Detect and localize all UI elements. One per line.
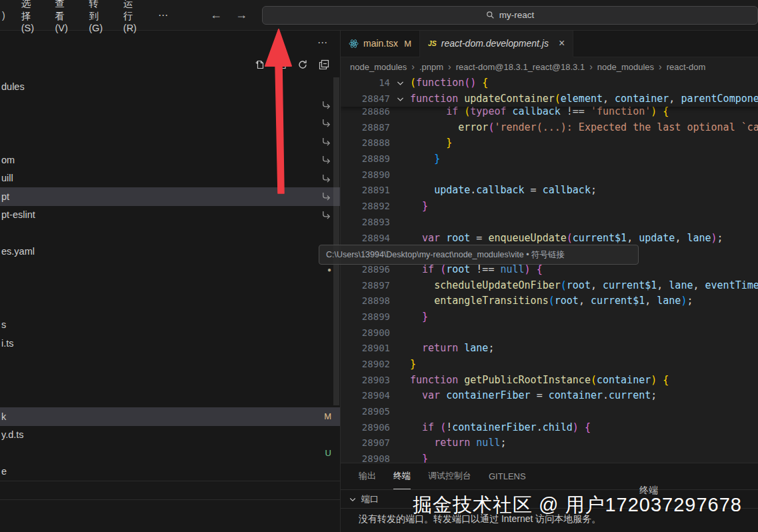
token: entangleTransitions <box>434 295 549 307</box>
fold-gutter <box>390 435 410 451</box>
explorer-item[interactable] <box>0 96 340 115</box>
menubar-more-button[interactable]: ⋯ <box>151 7 175 24</box>
fold-gutter <box>390 420 410 436</box>
panel-tab[interactable]: 调试控制台 <box>428 463 471 489</box>
token: lane <box>464 342 488 354</box>
token: , <box>675 232 687 244</box>
token: , <box>579 295 591 307</box>
new-folder-icon <box>276 59 287 70</box>
menubar-item[interactable]: 转到(G) <box>83 0 111 36</box>
code-text: function getPublicRootInstance(container… <box>410 373 758 389</box>
token: function <box>410 93 464 105</box>
line-number: 28888 <box>341 135 390 151</box>
close-icon[interactable]: × <box>559 38 565 49</box>
explorer-item[interactable]: es.yaml <box>0 243 340 261</box>
breadcrumb-item[interactable]: node_modules <box>350 62 407 72</box>
fold-gutter <box>390 215 410 231</box>
token: ; <box>651 389 657 401</box>
token: root <box>567 279 591 291</box>
symlink-path-tooltip: C:\Users\13994\Desktop\my-react\node_mod… <box>319 245 639 265</box>
breadcrumb-item[interactable]: react-dom@18.3.1_react@18.3.1 <box>456 62 585 72</box>
nav-back-button[interactable]: ← <box>203 8 229 22</box>
breadcrumb-item[interactable]: node_modules <box>597 62 654 72</box>
menubar-item[interactable]: 选择(S) <box>15 0 43 36</box>
explorer-item[interactable]: uill <box>0 169 340 188</box>
code-editor[interactable]: 28886 if (typeof callback !== 'function'… <box>341 75 758 463</box>
explorer-item[interactable] <box>0 279 340 298</box>
explorer-item[interactable]: om <box>0 151 340 169</box>
symlink-icon <box>321 137 331 147</box>
explorer-item[interactable] <box>0 133 340 151</box>
timeline-section-header[interactable] <box>0 499 340 518</box>
token: lane <box>669 279 693 291</box>
token: ) <box>711 232 717 244</box>
code-line: 14(function() { <box>341 75 758 91</box>
search-icon <box>486 11 495 19</box>
token: = <box>470 232 488 244</box>
sidebar-scrollbar[interactable] <box>333 77 339 405</box>
token <box>410 184 434 196</box>
code-text: (function() { <box>410 75 758 91</box>
command-center-search[interactable]: my-react <box>262 6 758 25</box>
new-file-icon <box>255 59 265 70</box>
explorer-collapse-all-button[interactable] <box>316 57 332 73</box>
editor-tab-0[interactable]: main.tsxM <box>341 30 420 57</box>
token: callback <box>476 184 524 196</box>
token: typeof <box>470 105 512 117</box>
explorer-item[interactable] <box>0 371 340 389</box>
code-line: 28897 scheduleUpdateOnFiber(root, curren… <box>341 278 758 294</box>
token: scheduleUpdateOnFiber <box>434 279 561 291</box>
menubar-item[interactable]: 查看(V) <box>49 0 77 36</box>
nav-forward-button[interactable]: → <box>229 8 254 22</box>
explorer-item[interactable]: pt-eslint <box>0 206 340 225</box>
token: 'function' <box>591 105 651 117</box>
panel-tab[interactable]: 输出 <box>359 463 376 489</box>
explorer-item[interactable]: kM <box>0 407 340 426</box>
token: , <box>603 93 615 105</box>
explorer-item[interactable]: e <box>0 463 340 481</box>
breadcrumb-item[interactable]: react-dom <box>667 62 706 72</box>
panel-tab[interactable]: 终端 <box>393 463 411 489</box>
fold-chevron-icon[interactable] <box>390 91 410 107</box>
explorer-item[interactable]: i.ts <box>0 334 340 353</box>
line-number: 28891 <box>341 183 390 199</box>
token: = <box>531 389 549 401</box>
explorer-item[interactable]: pt <box>0 187 340 206</box>
explorer-item[interactable]: ● <box>0 261 340 279</box>
line-number: 28899 <box>341 309 390 325</box>
explorer-toolbar <box>252 57 332 73</box>
menubar-item-partial[interactable]: ) <box>2 10 5 21</box>
explorer-more-actions-button[interactable]: ⋯ <box>317 37 328 49</box>
token: if <box>446 105 464 117</box>
panel-tab-bar: 输出终端调试控制台GITLENS <box>341 463 758 489</box>
breadcrumb-item[interactable]: .pnpm <box>419 62 443 72</box>
explorer-item[interactable]: U <box>0 444 340 463</box>
menubar-item[interactable]: 运行(R) <box>117 0 145 36</box>
panel-tab[interactable]: GITLENS <box>489 463 526 489</box>
explorer-item[interactable] <box>0 114 340 133</box>
explorer-new-file-button[interactable] <box>252 57 268 73</box>
explorer-new-folder-button[interactable] <box>273 57 289 73</box>
explorer-item[interactable] <box>0 224 340 243</box>
explorer-item[interactable] <box>0 297 340 316</box>
code-text <box>410 215 758 231</box>
token: update <box>639 232 675 244</box>
symlink-icon <box>321 173 331 183</box>
code-text: } <box>410 151 758 167</box>
fold-chevron-icon[interactable] <box>390 75 410 91</box>
explorer-item[interactable]: s <box>0 316 340 335</box>
fold-gutter <box>390 135 410 151</box>
explorer-refresh-button[interactable] <box>295 57 311 73</box>
js-file-icon: JS <box>428 39 437 47</box>
explorer-item[interactable]: dules <box>0 77 340 96</box>
code-line: 28901 return lane; <box>341 341 758 357</box>
code-text: error('render(...): Expected the last op… <box>410 120 758 136</box>
token <box>410 153 434 165</box>
breadcrumb: node_modules›.pnpm›react-dom@18.3.1_reac… <box>341 57 758 76</box>
token: ( <box>555 93 561 105</box>
outline-section-header[interactable] <box>0 481 340 499</box>
explorer-item[interactable] <box>0 353 340 371</box>
explorer-item[interactable] <box>0 389 340 408</box>
editor-tab-1[interactable]: JSreact-dom.development.js× <box>420 30 573 57</box>
explorer-item[interactable]: y.d.ts <box>0 426 340 445</box>
